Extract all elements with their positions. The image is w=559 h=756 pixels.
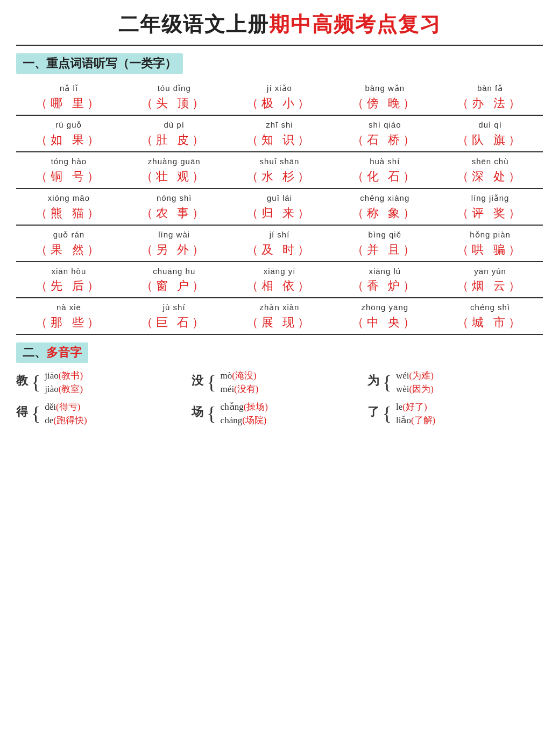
poly-readings: chǎng(操场)cháng(场院) (218, 401, 268, 426)
brace-icon: { (383, 373, 392, 392)
pinyin-cell: guī lái (227, 188, 332, 204)
char-cell: （并 且） (332, 241, 437, 262)
title-part2: 期中高频考点复习 (269, 13, 441, 36)
pinyin-cell: bìng qiě (332, 225, 437, 241)
pinyin-row: xiān hòuchuāng huxiāng yīxiāng lúyān yún (16, 262, 543, 277)
pinyin-row: nǎ lǐtóu dǐngjí xiǎobàng wǎnbàn fǎ (16, 79, 543, 94)
pinyin-cell: xiāng lú (332, 262, 437, 277)
char-cell: （肚 皮） (122, 131, 227, 152)
poly-item: 得{děi(得亏)de(跑得快) (16, 401, 192, 426)
polyphone-grid: 教{jiāo(教书)jiào(教室)没{mò(淹没)méi(没有)为{wéi(为… (16, 369, 543, 426)
pinyin-row: guǒ ránlìng wàijí shíbìng qiěhǒng piàn (16, 225, 543, 241)
section1-header: 一、重点词语听写（一类字） (16, 53, 183, 74)
char-cell: （壮 观） (122, 167, 227, 188)
pinyin-cell: jù shí (122, 298, 227, 313)
poly-reading-row: liǎo(了解) (396, 414, 435, 426)
title-divider (16, 45, 543, 46)
char-cell: （称 象） (332, 204, 437, 225)
char-cell: （傍 晚） (332, 94, 437, 115)
char-cell: （极 小） (227, 94, 332, 115)
char-cell: （先 后） (16, 277, 122, 298)
poly-reading-row: děi(得亏) (45, 401, 87, 413)
poly-readings: děi(得亏)de(跑得快) (43, 401, 87, 426)
poly-readings: jiāo(教书)jiào(教室) (43, 369, 83, 395)
poly-item: 教{jiāo(教书)jiào(教室) (16, 369, 192, 395)
poly-item: 了{le(好了)liǎo(了解) (367, 401, 543, 426)
char-row: （如 果）（肚 皮）（知 识）（石 桥）（队 旗） (16, 131, 543, 152)
poly-char: 为 (367, 373, 379, 389)
poly-item: 为{wéi(为难)wèi(因为) (367, 369, 543, 395)
char-row: （铜 号）（壮 观）（水 杉）（化 石）（深 处） (16, 167, 543, 188)
char-cell: （窗 户） (122, 277, 227, 298)
pinyin-cell: rú guǒ (16, 115, 122, 131)
poly-item: 没{mò(淹没)méi(没有) (192, 369, 367, 395)
pinyin-cell: dù pí (122, 115, 227, 131)
char-row: （哪 里）（头 顶）（极 小）（傍 晚）（办 法） (16, 94, 543, 115)
char-cell: （果 然） (16, 241, 122, 262)
poly-reading-row: chǎng(操场) (221, 401, 268, 413)
section2-header: 二、多音字 (16, 342, 88, 363)
pinyin-row: rú guǒdù pízhī shishí qiáoduì qí (16, 115, 543, 131)
pinyin-row: xióng māonóng shìguī láichēng xiànglíng … (16, 188, 543, 204)
pinyin-row: tóng hàozhuàng guānshuǐ shānhuà shíshēn … (16, 152, 543, 167)
char-cell: （头 顶） (122, 94, 227, 115)
char-cell: （如 果） (16, 131, 122, 152)
char-cell: （香 炉） (332, 277, 437, 298)
vocab-table: nǎ lǐtóu dǐngjí xiǎobàng wǎnbàn fǎ（哪 里）（… (16, 79, 543, 335)
poly-reading-row: mò(淹没) (221, 369, 259, 382)
pinyin-cell: shí qiáo (332, 115, 437, 131)
pinyin-cell: chēng xiàng (332, 188, 437, 204)
pinyin-cell: chéng shì (437, 298, 543, 313)
poly-reading-row: de(跑得快) (45, 414, 87, 426)
pinyin-cell: yān yún (437, 262, 543, 277)
pinyin-cell: shuǐ shān (227, 152, 332, 167)
pinyin-cell: nǎ lǐ (16, 79, 122, 94)
poly-reading-row: wèi(因为) (396, 383, 434, 395)
char-cell: （铜 号） (16, 167, 122, 188)
char-cell: （办 法） (437, 94, 543, 115)
brace-icon: { (31, 404, 40, 423)
pinyin-cell: zhǎn xiàn (227, 298, 332, 313)
char-cell: （石 桥） (332, 131, 437, 152)
poly-reading-row: jiào(教室) (45, 383, 83, 395)
char-cell: （中 央） (332, 313, 437, 334)
char-cell: （另 外） (122, 241, 227, 262)
poly-reading-row: méi(没有) (221, 383, 259, 395)
char-cell: （评 奖） (437, 204, 543, 225)
poly-char: 了 (367, 404, 379, 420)
char-row: （熊 猫）（农 事）（归 来）（称 象）（评 奖） (16, 204, 543, 225)
pinyin-cell: bàng wǎn (332, 79, 437, 94)
char-cell: （队 旗） (437, 131, 543, 152)
pinyin-cell: duì qí (437, 115, 543, 131)
pinyin-cell: shēn chù (437, 152, 543, 167)
main-title: 二年级语文上册期中高频考点复习 (16, 11, 543, 38)
poly-reading-row: le(好了) (396, 401, 435, 413)
poly-item: 场{chǎng(操场)cháng(场院) (192, 401, 367, 426)
pinyin-cell: zhuàng guān (122, 152, 227, 167)
char-cell: （知 识） (227, 131, 332, 152)
char-cell: （归 来） (227, 204, 332, 225)
char-cell: （相 依） (227, 277, 332, 298)
pinyin-cell: zhōng yāng (332, 298, 437, 313)
section2: 二、多音字 教{jiāo(教书)jiào(教室)没{mò(淹没)méi(没有)为… (16, 342, 543, 426)
brace-icon: { (383, 404, 392, 423)
char-cell: （那 些） (16, 313, 122, 334)
char-cell: （及 时） (227, 241, 332, 262)
pinyin-cell: huà shí (332, 152, 437, 167)
brace-icon: { (207, 404, 216, 423)
poly-reading-row: cháng(场院) (221, 414, 268, 426)
char-cell: （巨 石） (122, 313, 227, 334)
poly-char: 得 (16, 404, 28, 420)
pinyin-cell: nà xiē (16, 298, 122, 313)
pinyin-cell: jí shí (227, 225, 332, 241)
brace-icon: { (207, 373, 216, 392)
pinyin-cell: lìng wài (122, 225, 227, 241)
pinyin-cell: tóng hào (16, 152, 122, 167)
pinyin-cell: jí xiǎo (227, 79, 332, 94)
poly-char: 教 (16, 373, 28, 389)
char-cell: （哄 骗） (437, 241, 543, 262)
poly-reading-row: wéi(为难) (396, 369, 434, 382)
char-row: （果 然）（另 外）（及 时）（并 且）（哄 骗） (16, 241, 543, 262)
char-row: （那 些）（巨 石）（展 现）（中 央）（城 市） (16, 313, 543, 334)
pinyin-cell: xióng māo (16, 188, 122, 204)
